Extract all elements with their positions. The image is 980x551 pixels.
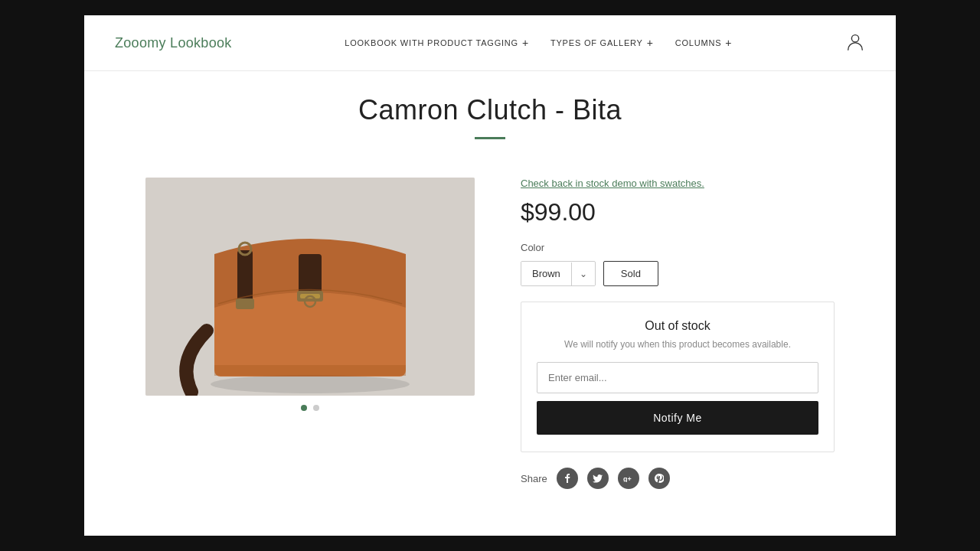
notify-me-button[interactable]: Notify Me: [537, 401, 818, 435]
image-dots: [145, 405, 475, 411]
dot-1[interactable]: [301, 405, 307, 411]
color-dropdown-arrow[interactable]: ⌄: [571, 262, 595, 285]
pinterest-icon[interactable]: [648, 468, 670, 489]
nav-columns[interactable]: COLUMNS +: [665, 31, 743, 55]
color-select[interactable]: Brown ⌄: [521, 261, 596, 286]
email-input[interactable]: [537, 362, 818, 393]
svg-point-0: [851, 35, 858, 42]
share-row: Share g+: [521, 468, 835, 489]
out-of-stock-box: Out of stock We will notify you when thi…: [521, 302, 835, 452]
title-divider: [475, 137, 505, 139]
page-wrapper: Zooomy Lookbook LOOKBOOK WITH PRODUCT TA…: [84, 15, 896, 536]
main-image: [145, 178, 475, 396]
nav-columns-plus: +: [725, 37, 732, 49]
color-label: Color: [521, 242, 835, 253]
twitter-icon[interactable]: [587, 468, 609, 489]
svg-point-10: [211, 375, 410, 393]
facebook-icon[interactable]: [557, 468, 578, 489]
header-icons: [845, 31, 865, 54]
nav-lookbook-label: LOOKBOOK WITH PRODUCT TAGGING: [345, 38, 518, 47]
product-section: Check back in stock demo with swatches. …: [84, 155, 896, 520]
main-nav: LOOKBOOK WITH PRODUCT TAGGING + TYPES OF…: [334, 31, 743, 55]
back-in-stock-link[interactable]: Check back in stock demo with swatches.: [521, 178, 835, 189]
sold-button[interactable]: Sold: [603, 261, 658, 286]
color-selected-value: Brown: [521, 262, 571, 285]
share-label: Share: [521, 473, 547, 484]
out-of-stock-desc: We will notify you when this product bec…: [537, 339, 818, 350]
out-of-stock-title: Out of stock: [537, 319, 818, 333]
product-info: Check back in stock demo with swatches. …: [521, 178, 835, 489]
nav-lookbook[interactable]: LOOKBOOK WITH PRODUCT TAGGING +: [334, 31, 540, 55]
svg-rect-11: [214, 365, 406, 376]
svg-rect-7: [236, 298, 254, 309]
product-price: $99.00: [521, 198, 835, 227]
nav-lookbook-plus: +: [522, 37, 529, 49]
google-plus-icon[interactable]: g+: [618, 468, 639, 489]
color-options: Brown ⌄ Sold: [521, 261, 835, 286]
page-title: Camron Clutch - Bita: [100, 94, 880, 126]
user-account-icon[interactable]: [845, 31, 865, 54]
nav-gallery-label: TYPES OF GALLERY: [550, 38, 643, 47]
svg-text:g+: g+: [623, 475, 632, 482]
nav-columns-label: COLUMNS: [675, 38, 722, 47]
product-images: [145, 178, 475, 411]
nav-gallery-plus: +: [647, 37, 654, 49]
dot-2[interactable]: [313, 405, 319, 411]
site-logo[interactable]: Zooomy Lookbook: [115, 35, 232, 51]
nav-gallery[interactable]: TYPES OF GALLERY +: [540, 31, 665, 55]
page-title-section: Camron Clutch - Bita: [84, 71, 896, 155]
header: Zooomy Lookbook LOOKBOOK WITH PRODUCT TA…: [84, 15, 896, 71]
